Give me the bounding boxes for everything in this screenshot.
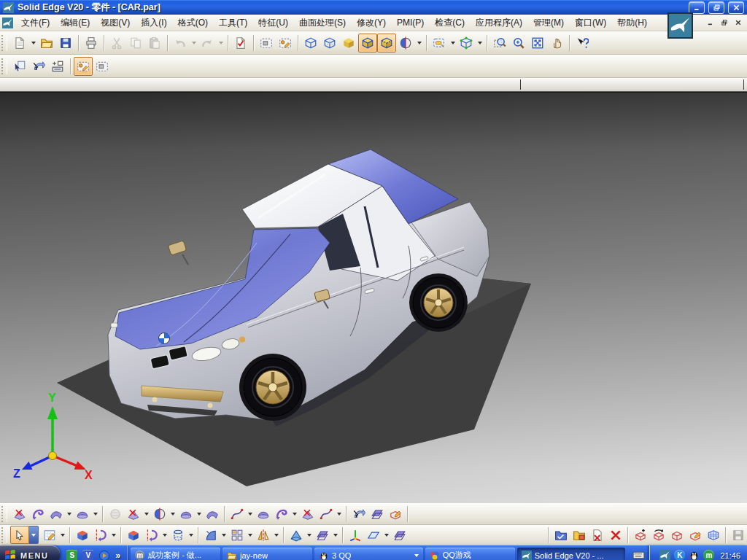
update-views-button[interactable] xyxy=(48,57,67,76)
view-overrides-dropdown[interactable] xyxy=(449,34,457,52)
derived-curve-button[interactable] xyxy=(203,505,221,523)
select-filter-faces-button[interactable] xyxy=(74,57,93,76)
validate-document-button[interactable] xyxy=(231,34,250,52)
intersection-curve-dropdown[interactable] xyxy=(142,505,150,523)
swept-surface-button[interactable] xyxy=(73,505,91,523)
offset-face-button[interactable] xyxy=(667,526,686,544)
mdi-restore-button[interactable] xyxy=(718,18,731,28)
menu-manage[interactable]: 管理(M) xyxy=(528,15,569,31)
new-dropdown[interactable] xyxy=(29,34,37,52)
keypoint-curve-dropdown[interactable] xyxy=(169,505,177,523)
media-player-icon[interactable] xyxy=(98,550,110,560)
menu-help[interactable]: 帮助(H) xyxy=(612,15,652,31)
shaded-view-button[interactable] xyxy=(339,34,358,52)
mdi-minimize-button[interactable] xyxy=(704,18,717,28)
menu-tools[interactable]: 工具(T) xyxy=(214,15,252,31)
3d-model-canvas[interactable]: Y X Z xyxy=(0,93,747,503)
task-qq-group[interactable]: 3 QQ xyxy=(314,548,423,560)
tray-qq-icon[interactable] xyxy=(689,550,700,560)
wireframe-view-button[interactable] xyxy=(301,34,320,52)
edit-face-button[interactable] xyxy=(686,526,704,544)
help-pointer-button[interactable] xyxy=(573,34,592,52)
split-curve-dropdown[interactable] xyxy=(246,505,254,523)
task-chenggonganli[interactable]: m 成功案例 - 做... xyxy=(131,548,220,560)
bounded-surface-button[interactable] xyxy=(47,505,65,523)
menu-edit[interactable]: 编辑(E) xyxy=(55,15,95,31)
named-views-dropdown[interactable] xyxy=(476,34,484,52)
render-mode-button[interactable] xyxy=(396,34,415,52)
task-group-dropdown[interactable] xyxy=(414,554,419,557)
new-button[interactable] xyxy=(10,34,29,52)
swept-curve-dropdown[interactable] xyxy=(290,505,298,523)
tray-m-icon[interactable]: m xyxy=(703,550,714,560)
menu-modify[interactable]: 修改(Y) xyxy=(352,15,391,31)
quick-launch-v-icon[interactable]: V xyxy=(82,550,93,560)
revolved-protrusion-button[interactable] xyxy=(91,526,109,544)
intersection-curve-button[interactable] xyxy=(124,505,142,523)
split-curve-button[interactable] xyxy=(228,505,246,523)
zoom-button[interactable] xyxy=(509,34,528,52)
tray-k-icon[interactable]: K xyxy=(674,550,685,560)
sketch-button[interactable] xyxy=(40,526,58,544)
menu-features[interactable]: 特征(U) xyxy=(253,15,293,31)
extruded-surface-button[interactable] xyxy=(10,505,28,523)
coordinate-system-button[interactable] xyxy=(346,526,364,544)
contour-curve-button[interactable] xyxy=(177,505,195,523)
restore-button[interactable] xyxy=(708,1,724,14)
task-qq-games[interactable]: QQ游戏 xyxy=(425,548,515,560)
extend-surface-button[interactable] xyxy=(349,505,368,523)
mirror-button[interactable] xyxy=(254,526,272,544)
select-tool-dropdown[interactable] xyxy=(29,526,39,544)
keypoint-curve-button[interactable] xyxy=(150,505,169,523)
delete-faces-button[interactable] xyxy=(588,526,606,544)
shaded-with-edges-button[interactable] xyxy=(358,34,377,52)
hole-dropdown[interactable] xyxy=(187,526,195,544)
hole-button[interactable] xyxy=(169,526,187,544)
select-visible-button[interactable] xyxy=(10,57,29,76)
revolved-cutout-button[interactable] xyxy=(142,526,160,544)
round-button[interactable] xyxy=(201,526,220,544)
pan-button[interactable] xyxy=(547,34,566,52)
bluesurf-button[interactable] xyxy=(254,505,272,523)
feature-grip[interactable] xyxy=(1,527,7,543)
swept-surface-dropdown[interactable] xyxy=(91,505,99,523)
hidden-edge-view-button[interactable] xyxy=(320,34,339,52)
thicken-button[interactable] xyxy=(390,526,409,544)
menu-file[interactable]: 文件(F) xyxy=(16,15,55,31)
swept-curve-button[interactable] xyxy=(272,505,290,523)
task-solid-edge[interactable]: Solid Edge V20 - ... xyxy=(517,548,626,560)
sketch-region-button[interactable] xyxy=(276,34,295,52)
close-button[interactable] xyxy=(728,1,744,14)
split-surface-button[interactable] xyxy=(298,505,317,523)
thin-wall-dropdown[interactable] xyxy=(331,526,339,544)
task-jay-new[interactable]: jay-new xyxy=(222,548,312,560)
menu-window[interactable]: 窗口(W) xyxy=(570,15,611,31)
cutout-button[interactable] xyxy=(124,526,142,544)
toolbar-grip-2[interactable] xyxy=(1,58,7,74)
save-button[interactable] xyxy=(56,34,75,52)
named-views-button[interactable] xyxy=(457,34,476,52)
toolbar-grip[interactable] xyxy=(1,35,7,51)
input-method-indicator[interactable] xyxy=(628,545,649,560)
trim-surface-button[interactable] xyxy=(317,505,335,523)
menu-applications[interactable]: 应用程序(A) xyxy=(471,15,527,31)
menu-surfacing[interactable]: 曲面处理(S) xyxy=(294,15,351,31)
menu-format[interactable]: 格式(O) xyxy=(173,15,213,31)
insert-part-copy-button[interactable] xyxy=(570,526,588,544)
revolved-cutout-dropdown[interactable] xyxy=(160,526,169,544)
menu-insert[interactable]: 插入(I) xyxy=(136,15,171,31)
mesh-view-button[interactable] xyxy=(704,526,722,544)
draft-dropdown[interactable] xyxy=(305,526,313,544)
revolved-protrusion-dropdown[interactable] xyxy=(109,526,117,544)
select-filter-sketch-button[interactable] xyxy=(93,57,112,76)
select-tool-button[interactable] xyxy=(10,526,29,544)
zoom-area-button[interactable] xyxy=(490,34,509,52)
protrusion-button[interactable] xyxy=(73,526,91,544)
bounded-surface-dropdown[interactable] xyxy=(65,505,73,523)
quick-launch-s-icon[interactable]: S xyxy=(66,550,77,560)
sketch-dropdown[interactable] xyxy=(58,526,66,544)
delete-button[interactable] xyxy=(606,526,624,544)
offset-surface-lock-button[interactable] xyxy=(386,505,404,523)
pattern-button[interactable] xyxy=(228,526,246,544)
reference-plane-dropdown[interactable] xyxy=(382,526,390,544)
